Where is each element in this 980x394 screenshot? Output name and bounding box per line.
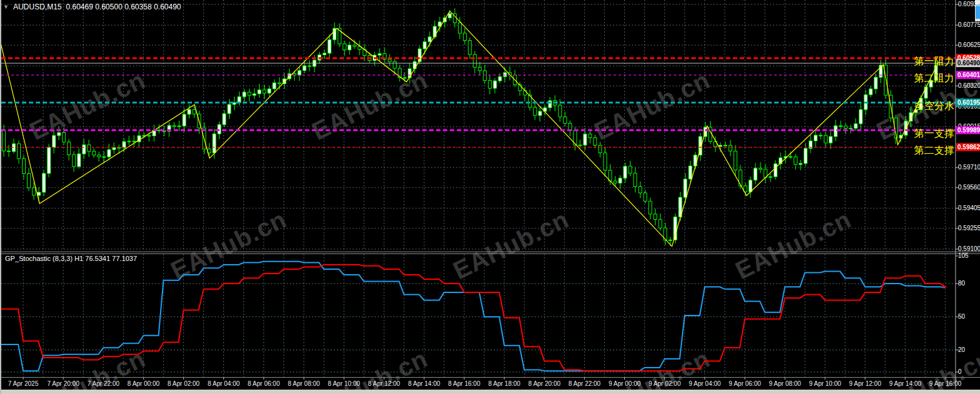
candle-body [594, 138, 597, 146]
candle-body [308, 66, 311, 67]
price-badge-pivot: 0.60195 [956, 98, 980, 107]
candle-body [463, 33, 466, 41]
open-value: 0.60469 [66, 3, 93, 11]
candle-body [238, 97, 241, 102]
chart-title-bar[interactable]: ▼AUDUSD,M15 0.60469 0.60500 0.60358 0.60… [3, 2, 181, 11]
symbol-period-label: AUDUSD,M15 [13, 3, 61, 11]
candle-body [639, 187, 642, 193]
candle-body [548, 100, 551, 107]
candle-body [253, 93, 256, 95]
candle-body [23, 159, 26, 174]
candle-body [724, 146, 727, 146]
candle-body [127, 141, 130, 142]
candle-body [754, 168, 757, 180]
candle-body [323, 53, 326, 55]
candle-body [674, 217, 677, 240]
candle-body [734, 151, 737, 170]
candle-body [869, 89, 872, 95]
candle-body [563, 117, 567, 123]
candle-body [538, 111, 541, 115]
candle-body [659, 220, 662, 228]
candle-body [62, 132, 65, 142]
candle-body [799, 163, 802, 164]
candle-body [348, 45, 351, 50]
candle-body [874, 77, 877, 89]
candle-body [483, 71, 486, 81]
candle-body [824, 136, 828, 143]
stoch-scale-label: 50 [958, 313, 965, 321]
candle-body [213, 134, 216, 152]
candle-body [719, 146, 722, 147]
candle-body [52, 136, 55, 147]
candle-body [589, 134, 592, 138]
candle-body [117, 147, 120, 148]
candle-body [57, 132, 60, 136]
candle-body [188, 110, 191, 115]
candle-body [428, 37, 431, 42]
candle-body [924, 87, 927, 98]
candle-body [629, 166, 632, 173]
candle-body [32, 188, 35, 195]
level-label-resistance-2: 第二阻力 [914, 73, 954, 83]
candle-body [183, 114, 186, 126]
candle-body [839, 125, 842, 126]
candle-body [328, 40, 331, 53]
candle-body [859, 110, 862, 124]
price-axis-label: 0.60625 [958, 41, 980, 49]
price-axis-label: 0.60930 [958, 1, 980, 8]
candle-body [604, 153, 607, 171]
candle-body [669, 240, 672, 240]
candle-body [649, 201, 652, 214]
stoch-line-k [1, 262, 945, 371]
candle-body [558, 105, 562, 117]
candle-body [82, 145, 85, 154]
stoch-line-d [1, 265, 945, 371]
close-value: 0.60490 [154, 3, 181, 11]
candle-body [18, 144, 21, 159]
candle-body [67, 142, 70, 154]
candle-body [378, 54, 381, 56]
candle-body [388, 60, 391, 62]
candle-body [112, 147, 115, 149]
candle-body [298, 70, 301, 75]
stoch-scale-label: 20 [958, 346, 965, 354]
candle-body [578, 145, 582, 146]
candle-body [854, 124, 857, 128]
candle-body [27, 174, 30, 188]
candle-body [413, 61, 417, 68]
candle-body [619, 178, 622, 183]
level-label-pivot: 多空分水 [914, 100, 954, 111]
price-axis-label: 0.60320 [958, 82, 980, 90]
candle-body [583, 134, 587, 146]
candle-body [268, 89, 271, 93]
stoch-scale-label: 0 [958, 368, 962, 376]
symbol-dropdown-icon[interactable]: ▼ [3, 4, 9, 10]
candle-body [243, 92, 246, 97]
trading-chart-window: EAHub.cnEAHub.cnEAHub.cnEAHub.cnEAHub.cn… [0, 0, 980, 394]
candle-body [819, 136, 823, 136]
candle-body [393, 61, 397, 68]
candle-body [173, 125, 176, 127]
candle-body [599, 146, 602, 153]
window-left-border [0, 0, 1, 394]
candle-body [248, 92, 251, 95]
price-axis-label: 0.59560 [958, 184, 980, 191]
time-axis-label[interactable]: 9 Apr 16:00 [917, 380, 974, 387]
high-value: 0.60500 [95, 3, 122, 11]
chart-canvas[interactable] [0, 0, 980, 394]
candle-body [303, 66, 306, 71]
level-label-support-1: 第一支撑 [914, 128, 954, 139]
candle-body [493, 81, 496, 88]
candle-body [478, 67, 481, 70]
candle-body [849, 128, 852, 129]
candle-body [102, 157, 105, 157]
candle-body [498, 77, 501, 81]
price-axis-label: 0.59405 [958, 205, 980, 212]
stoch-scale-label: 105 [958, 252, 969, 260]
window-bottom-bar [0, 390, 980, 394]
candle-body [77, 154, 80, 166]
candle-body [8, 151, 11, 152]
level-label-support-2: 第二支撑 [914, 145, 954, 156]
candle-body [468, 41, 471, 55]
candle-body [343, 44, 346, 50]
